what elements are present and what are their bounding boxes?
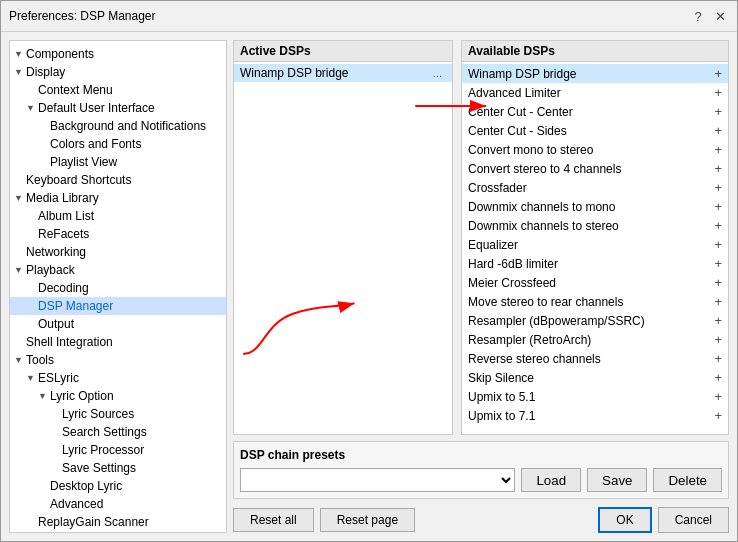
add-dsp-icon[interactable]: + — [714, 237, 722, 252]
tree-item[interactable]: Album List — [10, 207, 226, 225]
presets-select[interactable] — [240, 468, 515, 492]
tree-arrow-icon: ▼ — [14, 265, 24, 275]
available-dsp-row[interactable]: Reverse stereo channels+ — [462, 349, 728, 368]
add-dsp-icon[interactable]: + — [714, 332, 722, 347]
save-button[interactable]: Save — [587, 468, 647, 492]
available-dsp-row[interactable]: Equalizer+ — [462, 235, 728, 254]
tree-item[interactable]: Context Menu — [10, 81, 226, 99]
help-button[interactable]: ? — [689, 7, 707, 25]
tree-item[interactable]: Playlist View — [10, 153, 226, 171]
tree-item[interactable]: ReplayGain Scanner — [10, 513, 226, 531]
tree-item[interactable]: ReFacets — [10, 225, 226, 243]
cancel-button[interactable]: Cancel — [658, 507, 729, 533]
add-dsp-icon[interactable]: + — [714, 104, 722, 119]
presets-section: DSP chain presets Load Save Delete — [233, 441, 729, 499]
tree-item[interactable]: ▼Playback — [10, 261, 226, 279]
tree-item[interactable]: Lyric Sources — [10, 405, 226, 423]
available-dsp-name: Meier Crossfeed — [468, 276, 714, 290]
close-button[interactable]: ✕ — [711, 7, 729, 25]
available-dsp-row[interactable]: Upmix to 7.1+ — [462, 406, 728, 425]
tree-item[interactable]: Colors and Fonts — [10, 135, 226, 153]
tree-arrow-icon: ▼ — [38, 391, 48, 401]
add-dsp-icon[interactable]: + — [714, 180, 722, 195]
active-dsp-panel: Active DSPs Winamp DSP bridge... — [233, 40, 453, 435]
tree-arrow-icon: ▼ — [14, 67, 24, 77]
add-dsp-icon[interactable]: + — [714, 370, 722, 385]
available-dsp-name: Resampler (dBpoweramp/SSRC) — [468, 314, 714, 328]
reset-all-button[interactable]: Reset all — [233, 508, 314, 532]
available-dsp-row[interactable]: Hard -6dB limiter+ — [462, 254, 728, 273]
tree-item[interactable]: Networking — [10, 243, 226, 261]
add-dsp-icon[interactable]: + — [714, 389, 722, 404]
ok-button[interactable]: OK — [598, 507, 651, 533]
available-dsp-row[interactable]: Resampler (RetroArch)+ — [462, 330, 728, 349]
tree-item[interactable]: Desktop Lyric — [10, 477, 226, 495]
add-dsp-icon[interactable]: + — [714, 66, 722, 81]
available-dsp-name: Crossfader — [468, 181, 714, 195]
add-dsp-icon[interactable]: + — [714, 313, 722, 328]
tree-item-label: Advanced — [50, 497, 103, 511]
tree-item-label: Colors and Fonts — [50, 137, 141, 151]
tree-item[interactable]: ▼Lyric Option — [10, 387, 226, 405]
active-dsp-row[interactable]: Winamp DSP bridge... — [234, 64, 452, 82]
tree-item[interactable]: Advanced — [10, 495, 226, 513]
active-dsp-header: Active DSPs — [234, 41, 452, 62]
load-button[interactable]: Load — [521, 468, 581, 492]
tree-item[interactable]: Decoding — [10, 279, 226, 297]
available-dsp-row[interactable]: Move stereo to rear channels+ — [462, 292, 728, 311]
tree-item-label: Playback — [26, 263, 75, 277]
available-dsp-name: Upmix to 5.1 — [468, 390, 714, 404]
tree-item[interactable]: Search Settings — [10, 423, 226, 441]
tree-item[interactable]: ▼Media Library — [10, 189, 226, 207]
available-dsp-row[interactable]: Convert mono to stereo+ — [462, 140, 728, 159]
add-dsp-icon[interactable]: + — [714, 142, 722, 157]
tree-item[interactable]: ▼Display — [10, 63, 226, 81]
add-dsp-icon[interactable]: + — [714, 294, 722, 309]
available-dsp-name: Advanced Limiter — [468, 86, 714, 100]
tree-item-link[interactable]: DSP Manager — [38, 299, 113, 313]
tree-item[interactable]: Shell Integration — [10, 333, 226, 351]
add-dsp-icon[interactable]: + — [714, 256, 722, 271]
tree-item[interactable]: Output — [10, 315, 226, 333]
available-dsp-row[interactable]: Advanced Limiter+ — [462, 83, 728, 102]
add-dsp-icon[interactable]: + — [714, 408, 722, 423]
tree-item-label: Keyboard Shortcuts — [26, 173, 131, 187]
tree-item[interactable]: Background and Notifications — [10, 117, 226, 135]
bottom-left-buttons: Reset all Reset page — [233, 508, 415, 532]
tree-item[interactable]: ▼Default User Interface — [10, 99, 226, 117]
available-dsp-row[interactable]: Meier Crossfeed+ — [462, 273, 728, 292]
reset-page-button[interactable]: Reset page — [320, 508, 415, 532]
tree-item[interactable]: ▼Tools — [10, 351, 226, 369]
available-dsp-row[interactable]: Upmix to 5.1+ — [462, 387, 728, 406]
add-dsp-icon[interactable]: + — [714, 199, 722, 214]
tree-item[interactable]: ▷Tagging — [10, 531, 226, 533]
available-dsp-row[interactable]: Downmix channels to mono+ — [462, 197, 728, 216]
tree-item[interactable]: ▼ESLyric — [10, 369, 226, 387]
tree-item[interactable]: DSP Manager — [10, 297, 226, 315]
delete-button[interactable]: Delete — [653, 468, 722, 492]
available-dsp-row[interactable]: Winamp DSP bridge+ — [462, 64, 728, 83]
add-dsp-icon[interactable]: + — [714, 85, 722, 100]
tree-item[interactable]: Save Settings — [10, 459, 226, 477]
available-dsp-row[interactable]: Skip Silence+ — [462, 368, 728, 387]
available-dsp-row[interactable]: Center Cut - Sides+ — [462, 121, 728, 140]
active-dsp-name: Winamp DSP bridge — [240, 66, 433, 80]
right-panel: Active DSPs Winamp DSP bridge... Availab… — [233, 40, 729, 533]
available-dsp-name: Convert mono to stereo — [468, 143, 714, 157]
available-dsp-row[interactable]: Downmix channels to stereo+ — [462, 216, 728, 235]
bottom-right-buttons: OK Cancel — [598, 507, 729, 533]
add-dsp-icon[interactable]: + — [714, 161, 722, 176]
title-bar-buttons: ? ✕ — [689, 7, 729, 25]
dsp-options-icon[interactable]: ... — [433, 67, 442, 79]
add-dsp-icon[interactable]: + — [714, 123, 722, 138]
add-dsp-icon[interactable]: + — [714, 275, 722, 290]
add-dsp-icon[interactable]: + — [714, 218, 722, 233]
available-dsp-row[interactable]: Crossfader+ — [462, 178, 728, 197]
available-dsp-row[interactable]: Convert stereo to 4 channels+ — [462, 159, 728, 178]
tree-item[interactable]: Lyric Processor — [10, 441, 226, 459]
add-dsp-icon[interactable]: + — [714, 351, 722, 366]
tree-item[interactable]: ▼Components — [10, 45, 226, 63]
available-dsp-row[interactable]: Resampler (dBpoweramp/SSRC)+ — [462, 311, 728, 330]
tree-item[interactable]: Keyboard Shortcuts — [10, 171, 226, 189]
available-dsp-row[interactable]: Center Cut - Center+ — [462, 102, 728, 121]
